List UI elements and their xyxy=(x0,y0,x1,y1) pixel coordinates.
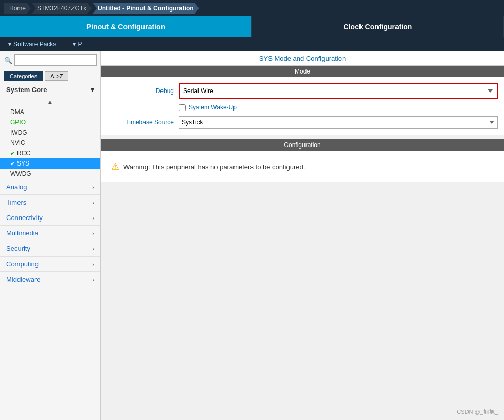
breadcrumb-mcu[interactable]: STM32F407ZGTx xyxy=(32,3,92,14)
breadcrumb: Home STM32F407ZGTx Untitled - Pinout & C… xyxy=(0,0,504,16)
chevron-right-icon-computing: › xyxy=(92,261,94,267)
top-tabs: Pinout & Configuration Clock Configurati… xyxy=(0,16,504,37)
wakeup-label-text: System Wake-Up xyxy=(189,104,237,111)
check-icon-sys: ✔ xyxy=(10,160,15,167)
watermark: CSDN @_旭旭_ xyxy=(457,408,498,416)
main-layout: 🔍 ⚙ Categories A->Z System Core ▾ ▲ DMA xyxy=(0,51,504,420)
debug-select[interactable]: Serial Wire No Debug Trace Asynchronous … xyxy=(181,85,496,97)
warning-area: ⚠ Warning: This peripheral has no parame… xyxy=(101,151,504,182)
tab-clock-configuration[interactable]: Clock Configuration xyxy=(252,16,504,37)
breadcrumb-home[interactable]: Home xyxy=(4,3,31,14)
timebase-select[interactable]: SysTick TIM1 TIM2 xyxy=(179,116,498,129)
dropdown-arrow-icon: ▾ xyxy=(8,41,11,48)
chevron-down-icon: ▾ xyxy=(91,86,94,94)
search-icon: 🔍 xyxy=(4,57,12,64)
breadcrumb-current[interactable]: Untitled - Pinout & Configuration xyxy=(93,3,199,14)
chevron-right-icon-timers: › xyxy=(92,199,94,206)
content-area: SYS Mode and Configuration Mode Debug Se… xyxy=(101,51,504,420)
check-icon-rcc: ✔ xyxy=(10,150,15,157)
chevron-right-icon-middleware: › xyxy=(92,277,94,283)
sidebar-item-iwdg[interactable]: IWDG xyxy=(0,127,100,138)
sidebar-item-wwdg[interactable]: WWDG xyxy=(0,169,100,179)
wakeup-row: System Wake-Up xyxy=(179,104,498,111)
sidebar: 🔍 ⚙ Categories A->Z System Core ▾ ▲ DMA xyxy=(0,51,101,420)
sub-tab-software-packs[interactable]: ▾ Software Packs xyxy=(0,37,64,51)
timebase-row: Timebase Source SysTick TIM1 TIM2 xyxy=(107,116,498,129)
category-timers[interactable]: Timers › xyxy=(0,194,100,210)
content-title: SYS Mode and Configuration xyxy=(101,51,504,66)
dropdown-arrow-icon-2: ▾ xyxy=(73,41,76,48)
category-system-core[interactable]: System Core ▾ xyxy=(0,83,100,97)
config-section-header: Configuration xyxy=(101,139,504,151)
mode-section: Debug Serial Wire No Debug Trace Asynchr… xyxy=(101,77,504,135)
mode-section-header: Mode xyxy=(101,66,504,77)
chevron-right-icon-multimedia: › xyxy=(92,230,94,236)
debug-select-wrapper: Serial Wire No Debug Trace Asynchronous … xyxy=(179,83,498,99)
chevron-right-icon: › xyxy=(92,184,94,190)
category-analog[interactable]: Analog › xyxy=(0,179,100,194)
sub-tabs: ▾ Software Packs ▾ P xyxy=(0,37,504,51)
tab-az[interactable]: A->Z xyxy=(45,71,68,81)
wakeup-label: System Wake-Up xyxy=(189,104,237,111)
sidebar-tabs: Categories A->Z xyxy=(0,69,100,83)
up-arrow-icon: ▲ xyxy=(47,98,53,106)
category-computing[interactable]: Computing › xyxy=(0,256,100,271)
sidebar-item-sys[interactable]: ✔ SYS xyxy=(0,158,100,169)
tab-pinout-configuration[interactable]: Pinout & Configuration xyxy=(0,16,252,37)
tab-categories[interactable]: Categories xyxy=(4,71,43,81)
sidebar-item-nvic[interactable]: NVIC xyxy=(0,138,100,148)
warning-icon: ⚠ xyxy=(111,161,119,172)
warning-text: Warning: This peripheral has no paramete… xyxy=(123,163,305,171)
sidebar-search-area: 🔍 ⚙ xyxy=(0,51,100,69)
category-connectivity[interactable]: Connectivity › xyxy=(0,210,100,225)
sidebar-item-gpio[interactable]: GPIO xyxy=(0,117,100,127)
debug-row: Debug Serial Wire No Debug Trace Asynchr… xyxy=(107,83,498,99)
category-multimedia[interactable]: Multimedia › xyxy=(0,225,100,241)
wakeup-checkbox[interactable] xyxy=(179,104,186,111)
sub-tab-p[interactable]: ▾ P xyxy=(64,37,90,51)
category-security[interactable]: Security › xyxy=(0,241,100,256)
chevron-right-icon-security: › xyxy=(92,246,94,252)
timebase-label: Timebase Source xyxy=(107,119,174,126)
sidebar-item-dma[interactable]: DMA xyxy=(0,107,100,117)
sidebar-item-rcc[interactable]: ✔ RCC xyxy=(0,148,100,158)
search-input[interactable] xyxy=(14,54,97,66)
category-middleware[interactable]: Middleware › xyxy=(0,271,100,287)
scroll-up-button[interactable]: ▲ xyxy=(0,97,100,107)
chevron-right-icon-connectivity: › xyxy=(92,215,94,221)
debug-label: Debug xyxy=(107,87,174,95)
timebase-select-wrapper: SysTick TIM1 TIM2 xyxy=(179,116,498,129)
